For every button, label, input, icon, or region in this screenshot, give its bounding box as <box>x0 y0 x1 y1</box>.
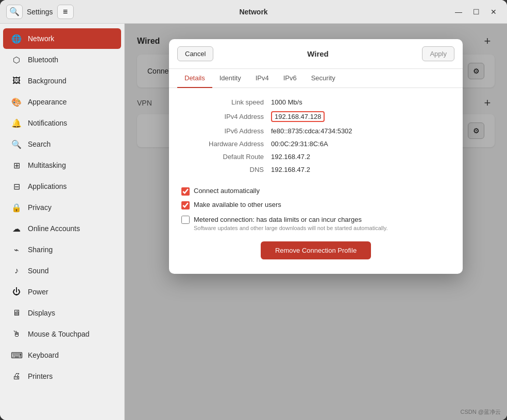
search-button[interactable]: 🔍 <box>6 5 23 19</box>
sidebar-item-mouse-touchpad[interactable]: 🖱 Mouse & Touchpad <box>3 324 121 344</box>
sidebar-item-power[interactable]: ⏻ Power <box>3 282 121 302</box>
sidebar-label-notifications: Notifications <box>28 119 67 127</box>
sidebar-item-bluetooth[interactable]: ⬡ Bluetooth <box>3 49 121 70</box>
metered-checkbox[interactable] <box>181 216 190 224</box>
close-icon: ✕ <box>491 8 497 16</box>
sidebar-label-keyboard: Keyboard <box>28 351 59 359</box>
app-title: Settings <box>27 8 53 16</box>
sidebar-item-search[interactable]: 🔍 Search <box>3 134 121 154</box>
search-nav-icon: 🔍 <box>11 139 22 149</box>
printers-icon: 🖨 <box>11 371 22 381</box>
sound-icon: ♪ <box>11 266 22 276</box>
mouse-icon: 🖱 <box>11 329 22 339</box>
sidebar-item-applications[interactable]: ⊟ Applications <box>3 176 121 197</box>
menu-button[interactable]: ≡ <box>57 5 74 19</box>
online-accounts-icon: ☁ <box>11 223 22 234</box>
menu-icon: ≡ <box>63 7 67 16</box>
maximize-icon: ☐ <box>473 8 480 16</box>
sidebar-item-online-accounts[interactable]: ☁ Online Accounts <box>3 218 121 239</box>
background-icon: 🖼 <box>11 76 22 86</box>
sidebar-item-multitasking[interactable]: ⊞ Multitasking <box>3 155 121 176</box>
dialog-title: Wired <box>307 49 329 58</box>
keyboard-icon: ⌨ <box>11 350 22 360</box>
maximize-button[interactable]: ☐ <box>469 5 483 19</box>
ipv6-address-row: IPv6 Address fe80::8735:cdca:4734:5302 <box>181 127 450 135</box>
tab-ipv6[interactable]: IPv6 <box>276 69 304 88</box>
sidebar-label-search: Search <box>28 140 50 148</box>
metered-label-group: Metered connection: has data limits or c… <box>194 215 387 231</box>
dialog-body: Link speed 1000 Mb/s IPv4 Address 192.16… <box>169 88 463 274</box>
sidebar-label-power: Power <box>28 288 48 296</box>
available-users-row: Make available to other users <box>181 201 450 209</box>
sidebar-label-displays: Displays <box>28 309 55 317</box>
ipv6-address-label: IPv6 Address <box>181 127 264 135</box>
apply-button[interactable]: Apply <box>422 46 454 61</box>
default-route-label: Default Route <box>181 153 264 161</box>
sidebar-label-sharing: Sharing <box>28 246 53 254</box>
ipv4-address-label: IPv4 Address <box>181 113 264 120</box>
search-icon: 🔍 <box>9 7 20 16</box>
sidebar-label-multitasking: Multitasking <box>28 161 66 169</box>
displays-icon: 🖥 <box>11 308 22 318</box>
network-icon: 🌐 <box>11 33 22 44</box>
sidebar-item-keyboard[interactable]: ⌨ Keyboard <box>3 345 121 365</box>
power-icon: ⏻ <box>11 287 22 297</box>
tab-security[interactable]: Security <box>304 69 343 88</box>
tab-identity[interactable]: Identity <box>212 69 248 88</box>
window-title: Network <box>239 8 267 16</box>
sidebar-item-notifications[interactable]: 🔔 Notifications <box>3 113 121 133</box>
ipv6-address-value: fe80::8735:cdca:4734:5302 <box>271 127 352 135</box>
minimize-button[interactable]: — <box>451 5 466 19</box>
multitasking-icon: ⊞ <box>11 160 22 170</box>
sidebar-label-appearance: Appearance <box>28 98 67 106</box>
sidebar-item-printers[interactable]: 🖨 Printers <box>3 366 121 387</box>
privacy-icon: 🔒 <box>11 202 22 213</box>
ipv4-address-value: 192.168.47.128 <box>271 111 325 122</box>
titlebar-controls: — ☐ ✕ <box>451 5 501 19</box>
auto-connect-label: Connect automatically <box>194 187 260 195</box>
sidebar-label-applications: Applications <box>28 182 67 190</box>
link-speed-value: 1000 Mb/s <box>271 98 302 106</box>
sidebar-label-privacy: Privacy <box>28 203 52 212</box>
sidebar-item-appearance[interactable]: 🎨 Appearance <box>3 92 121 112</box>
minimize-icon: — <box>455 8 462 16</box>
remove-connection-button[interactable]: Remove Connection Profile <box>261 241 371 259</box>
sidebar-label-printers: Printers <box>28 372 53 380</box>
titlebar-left: 🔍 Settings ≡ <box>6 5 74 19</box>
metered-label: Metered connection: has data limits or c… <box>194 216 362 223</box>
dialog-header: Cancel Wired Apply <box>169 39 463 69</box>
dns-row: DNS 192.168.47.2 <box>181 166 450 173</box>
metered-row: Metered connection: has data limits or c… <box>181 215 450 231</box>
sidebar-item-sharing[interactable]: ⌁ Sharing <box>3 239 121 260</box>
bluetooth-icon: ⬡ <box>11 55 22 65</box>
sidebar-item-background[interactable]: 🖼 Background <box>3 71 121 91</box>
sidebar-item-displays[interactable]: 🖥 Displays <box>3 303 121 323</box>
auto-connect-checkbox[interactable] <box>181 187 190 196</box>
sidebar-label-online-accounts: Online Accounts <box>28 224 80 233</box>
sidebar: 🌐 Network ⬡ Bluetooth 🖼 Background 🎨 App… <box>0 24 125 420</box>
wired-dialog: Cancel Wired Apply Details Identity IPv4… <box>169 39 463 274</box>
hardware-address-value: 00:0C:29:31:8C:6A <box>271 140 328 148</box>
available-users-checkbox[interactable] <box>181 201 190 209</box>
hardware-address-row: Hardware Address 00:0C:29:31:8C:6A <box>181 140 450 148</box>
tab-ipv4[interactable]: IPv4 <box>248 69 276 88</box>
dns-value: 192.168.47.2 <box>271 166 310 173</box>
cancel-button[interactable]: Cancel <box>177 46 213 61</box>
dns-label: DNS <box>181 166 264 173</box>
content-area: 🌐 Network ⬡ Bluetooth 🖼 Background 🎨 App… <box>0 24 507 420</box>
sidebar-item-sound[interactable]: ♪ Sound <box>3 260 121 281</box>
dialog-tab-bar: Details Identity IPv4 IPv6 Security <box>169 69 463 88</box>
sidebar-item-privacy[interactable]: 🔒 Privacy <box>3 197 121 218</box>
main-content: Wired + Connected - 1000 Mb/s ⚙ VPN + <box>125 24 507 420</box>
appearance-icon: 🎨 <box>11 97 22 107</box>
available-users-label: Make available to other users <box>194 201 281 208</box>
auto-connect-row: Connect automatically <box>181 187 450 196</box>
dialog-overlay: Cancel Wired Apply Details Identity IPv4… <box>125 24 507 420</box>
hardware-address-label: Hardware Address <box>181 140 264 148</box>
sidebar-item-network[interactable]: 🌐 Network <box>3 28 121 49</box>
close-button[interactable]: ✕ <box>486 5 501 19</box>
link-speed-label: Link speed <box>181 98 264 106</box>
sidebar-label-background: Background <box>28 77 66 85</box>
sidebar-label-mouse-touchpad: Mouse & Touchpad <box>28 330 90 338</box>
tab-details[interactable]: Details <box>177 69 212 88</box>
